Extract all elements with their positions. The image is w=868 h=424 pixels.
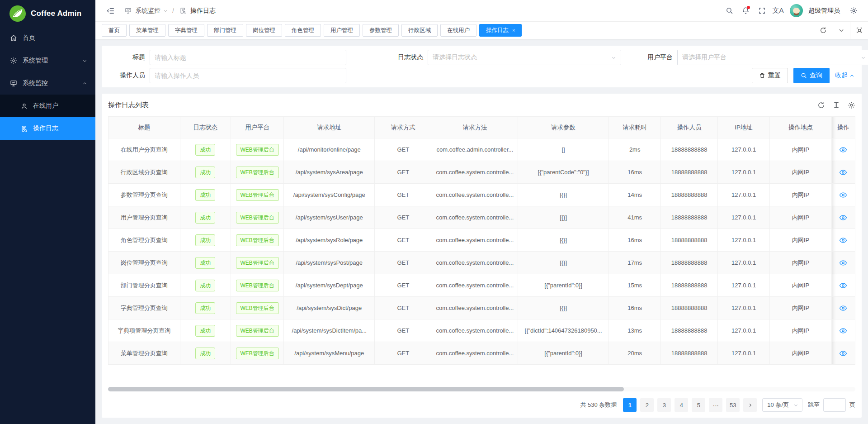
notification-bell-icon[interactable] (738, 4, 753, 18)
column-header: 操作 (831, 117, 855, 138)
log-search-icon (21, 125, 28, 132)
density-icon[interactable] (833, 101, 840, 109)
status-badge: 成功 (180, 229, 231, 252)
tab-item[interactable]: 字典管理 (168, 24, 204, 37)
page-number-button[interactable]: 1 (623, 398, 637, 412)
view-detail-eye-icon[interactable] (839, 327, 847, 335)
tab-item[interactable]: 参数管理 (363, 24, 399, 37)
tab-close-icon[interactable]: × (512, 28, 515, 33)
settings-gear-icon[interactable] (846, 4, 861, 18)
user-name[interactable]: 超级管理员 (808, 7, 840, 15)
sidebar-item-online-users[interactable]: 在线用户 (0, 95, 95, 117)
main-area: 系统监控 / 操作日志 文A 超级管理员 首页菜单管理字典管理部门管理岗位管理角… (95, 0, 868, 424)
page-number-button[interactable]: 2 (640, 398, 654, 412)
translate-icon[interactable]: 文A (771, 4, 785, 18)
operator-input[interactable] (155, 72, 341, 79)
sidebar-item-system-mgmt[interactable]: 系统管理 (0, 49, 95, 72)
chevron-down-icon (861, 55, 866, 60)
view-detail-eye-icon[interactable] (839, 236, 847, 244)
status-badge: 成功 (180, 184, 231, 206)
breadcrumb-parent[interactable]: 系统监控 (135, 7, 160, 15)
status-select[interactable]: 请选择日志状态 (428, 50, 621, 65)
title-input[interactable] (155, 54, 341, 61)
tab-label: 在线用户 (447, 27, 470, 34)
view-detail-eye-icon[interactable] (839, 349, 847, 357)
platform-badge: WEB管理后台 (236, 212, 279, 224)
monitor-icon (123, 4, 132, 18)
column-header: 日志状态 (180, 117, 231, 138)
sidebar-item-home[interactable]: 首页 (0, 27, 95, 49)
chevron-down-icon[interactable] (832, 22, 850, 39)
cell-ip: 127.0.0.1 (717, 297, 769, 319)
next-page-button[interactable] (743, 398, 757, 412)
trash-icon (759, 72, 765, 79)
gear-icon (10, 57, 17, 64)
cell-params: [{"parentId":0}] (518, 274, 609, 297)
refresh-icon[interactable] (814, 22, 832, 39)
view-detail-eye-icon[interactable] (839, 214, 847, 222)
sidebar-item-system-monitor[interactable]: 系统监控 (0, 72, 95, 95)
fullscreen-icon[interactable] (755, 4, 769, 18)
cell-request-method: GET (375, 138, 432, 161)
tab-item[interactable]: 菜单管理 (129, 24, 165, 37)
home-icon (10, 34, 17, 42)
cell-params: [{"dictId":140647326180950... (518, 319, 609, 342)
tab-item[interactable]: 部门管理 (207, 24, 243, 37)
pagination-more-button[interactable]: ··· (709, 398, 722, 412)
sidebar-item-label: 在线用户 (33, 102, 87, 110)
view-detail-eye-icon[interactable] (839, 281, 847, 290)
platform-badge: WEB管理后台 (236, 234, 279, 246)
cell-ip: 127.0.0.1 (717, 252, 769, 274)
app-root: Coffee Admin 首页 系统管理 系统监控 在线用户 操作日志 (0, 0, 868, 424)
cell-location: 内网IP (770, 342, 831, 365)
platform-select[interactable]: 请选择用户平台 (677, 50, 868, 65)
refresh-icon[interactable] (817, 101, 825, 109)
sidebar-item-operation-log[interactable]: 操作日志 (0, 117, 95, 140)
view-detail-eye-icon[interactable] (839, 146, 847, 154)
tab-item[interactable]: 在线用户 (440, 24, 476, 37)
cell-duration: 41ms (609, 206, 660, 229)
page-number-button[interactable]: 3 (657, 398, 671, 412)
sidebar-collapse-icon[interactable] (104, 4, 118, 18)
page-number-button[interactable]: 4 (675, 398, 688, 412)
page-jump: 跳至 页 (808, 398, 855, 412)
column-header: 请求参数 (518, 117, 609, 138)
reset-button[interactable]: 重置 (752, 68, 788, 83)
status-badge: 成功 (180, 297, 231, 319)
logo[interactable]: Coffee Admin (0, 0, 95, 27)
view-detail-eye-icon[interactable] (839, 304, 847, 312)
view-detail-eye-icon[interactable] (839, 259, 847, 267)
title-label: 标题 (106, 53, 150, 62)
filter-title: 标题 (106, 50, 346, 65)
cell-title: 字典管理分页查询 (108, 297, 180, 319)
view-detail-eye-icon[interactable] (839, 168, 847, 176)
status-badge: 成功 (195, 280, 215, 291)
cell-request-method: GET (375, 229, 432, 252)
cell-ip: 127.0.0.1 (717, 342, 769, 365)
search-icon[interactable] (722, 4, 736, 18)
tab-item[interactable]: 操作日志× (479, 24, 522, 37)
status-badge: 成功 (180, 274, 231, 297)
avatar[interactable] (790, 4, 803, 17)
jump-page-input[interactable] (823, 398, 846, 412)
view-detail-eye-icon[interactable] (839, 191, 847, 199)
cell-location: 内网IP (770, 319, 831, 342)
platform-badge: WEB管理后台 (236, 302, 279, 314)
column-settings-gear-icon[interactable] (848, 101, 855, 109)
page-number-button[interactable]: 53 (726, 398, 740, 412)
search-button[interactable]: 查询 (793, 68, 830, 83)
tab-item[interactable]: 用户管理 (324, 24, 360, 37)
tab-item[interactable]: 首页 (102, 24, 127, 37)
monitor-icon (10, 80, 17, 87)
table-row: 岗位管理分页查询成功WEB管理后台/api/system/sysPost/pag… (108, 252, 855, 274)
collapse-filter-link[interactable]: 收起 (835, 71, 854, 80)
scrollbar-thumb[interactable] (108, 387, 624, 391)
cell-request-method: GET (375, 342, 432, 365)
tab-item[interactable]: 角色管理 (285, 24, 321, 37)
tab-item[interactable]: 岗位管理 (246, 24, 282, 37)
tab-item[interactable]: 行政区域 (401, 24, 438, 37)
page-size-select[interactable]: 10 条/页 (762, 398, 802, 412)
table-title: 操作日志列表 (108, 101, 149, 110)
maximize-icon[interactable] (850, 22, 868, 39)
page-number-button[interactable]: 5 (692, 398, 705, 412)
